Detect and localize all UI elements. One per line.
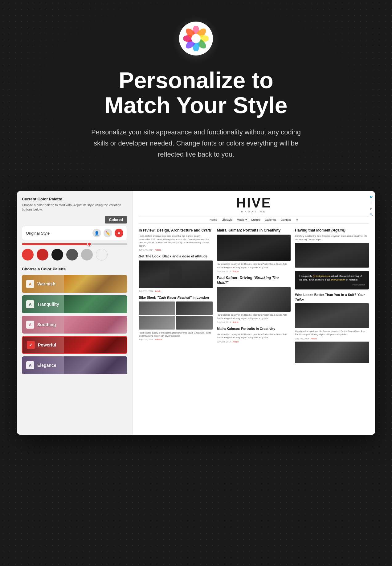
article-img-maira xyxy=(217,235,291,261)
article-date-2: July 17th, 2014 · Article xyxy=(139,290,213,292)
quote-author: Paul Graham xyxy=(299,284,365,286)
article-body-moment: Carefully curated the best Singapore ryo… xyxy=(295,235,369,241)
article-moment: Having that Moment (Again!) Carefully cu… xyxy=(295,228,369,241)
article-body-bike: Hand-crafted quality of life Beams, prem… xyxy=(139,331,213,338)
nav-galleries[interactable]: Galleries xyxy=(265,218,276,222)
swatch-red1[interactable] xyxy=(22,249,34,260)
article-date-suit: July 2nd, 2014 · Article xyxy=(295,338,369,340)
article-body-maira2: Hand-crafted quality of life Beams, prem… xyxy=(217,333,291,339)
style-icon-person[interactable]: 👤 xyxy=(92,229,101,237)
palette-name-tranquility: Tranquility xyxy=(37,302,59,307)
article-body-maira: Hand-crafted quality of life Beams, prem… xyxy=(217,263,291,269)
logo-icon xyxy=(179,22,213,55)
article-maira2: Maira Kalman: Portraits in Creativity Ha… xyxy=(217,326,291,342)
magazine-content: In review: Design, Architecture and Craf… xyxy=(139,228,369,363)
style-icon-heart[interactable]: ♥ xyxy=(115,229,123,237)
article-maira: Maira Kalman: Portraits in Creativity Ha… xyxy=(217,228,291,273)
style-icon-brush[interactable]: ✏️ xyxy=(104,229,112,237)
article-body-suit: Hand-crafted quality of life Beams, prem… xyxy=(295,330,369,336)
article-suit: Who Looks Better Than You in a Suit? You… xyxy=(295,293,369,340)
palette-item-powerful[interactable]: ✓ Powerful xyxy=(22,336,127,354)
article-title-moment: Having that Moment (Again!) xyxy=(295,228,369,233)
article-title-maira2: Maira Kalman: Portraits in Creativity xyxy=(217,326,291,331)
nav-lifestyle[interactable]: Lifestyle xyxy=(222,218,232,222)
palette-name-soothing: Soothing xyxy=(37,322,56,327)
quote-box: It is a purely lyrical process. A kind o… xyxy=(295,271,369,289)
palette-letter-elegance: A xyxy=(26,361,34,369)
article-date-bike: July 17th, 2014 · London xyxy=(139,338,213,341)
choose-palette-title: Choose a Color Palette xyxy=(22,267,127,271)
magazine-title: HIVE xyxy=(139,196,369,210)
article-img-suit xyxy=(295,303,369,328)
article-img-col3-bottom xyxy=(295,342,369,363)
color-slider[interactable] xyxy=(22,243,127,245)
article-black-look: Get The Look: Black and a dose of attitu… xyxy=(139,254,213,292)
palette-letter-warmish: A xyxy=(26,280,34,288)
swatch-black[interactable] xyxy=(51,249,63,260)
article-img-paul xyxy=(217,287,291,312)
article-body-paul: Hand-crafted quality of life Beams, prem… xyxy=(217,314,291,320)
article-title-2: Get The Look: Black and a dose of attitu… xyxy=(139,254,213,258)
nav-culture[interactable]: Culture xyxy=(251,218,261,222)
article-title-maira: Maira Kalman: Portraits in Creativity xyxy=(217,228,291,233)
magazine-panel: 🐦 f P 🔍 HIVE MAGAZINE Home Lifestyle Mus… xyxy=(133,191,375,435)
demo-panel: Current Color Palette Choose a color pal… xyxy=(17,191,375,435)
social-icon-t[interactable]: 🐦 xyxy=(369,195,373,200)
article-date: July 17th, 2014 · Article xyxy=(139,249,213,251)
article-title: In review: Design, Architecture and Craf… xyxy=(139,228,213,233)
article-img-2 xyxy=(139,260,213,288)
magazine-col-2: Maira Kalman: Portraits in Creativity Ha… xyxy=(217,228,291,363)
current-palette-title: Current Color Palette xyxy=(22,197,127,201)
quote-text: It is a purely lyrical process. A kind o… xyxy=(299,274,365,282)
svg-point-9 xyxy=(191,34,201,43)
palette-item-elegance[interactable]: A Elegance xyxy=(22,356,127,374)
social-icon-s[interactable]: 🔍 xyxy=(369,213,373,217)
color-swatches-row xyxy=(22,249,127,260)
article-title-suit: Who Looks Better Than You in a Suit? You… xyxy=(295,293,369,301)
article-date-paul: July 2nd, 2014 · Article xyxy=(217,321,291,323)
colored-badge[interactable]: Colored xyxy=(105,216,127,224)
article-title-paul: Paul Kafner: Driving "Breaking The Mold!… xyxy=(217,276,291,285)
swatch-white[interactable] xyxy=(96,249,108,260)
main-title: Personalize to Match Your Style xyxy=(25,68,367,118)
social-icon-p[interactable]: P xyxy=(369,207,373,211)
palette-name-powerful: Powerful xyxy=(38,342,56,347)
article-bike: Bike Shed: "Cafe Racer Festival" in Lond… xyxy=(139,295,213,341)
nav-contact[interactable]: Contact xyxy=(281,218,291,222)
article-title-bike: Bike Shed: "Cafe Racer Festival" in Lond… xyxy=(139,295,213,300)
magazine-header: HIVE MAGAZINE xyxy=(139,196,369,213)
palette-name-warmish: Warmish xyxy=(37,281,55,286)
swatch-darkgrey[interactable] xyxy=(66,249,78,260)
mag-social-icons: 🐦 f P 🔍 xyxy=(369,195,373,217)
magazine-nav: Home Lifestyle Music ▾ Culture Galleries… xyxy=(139,216,369,224)
magazine-col-1: In review: Design, Architecture and Craf… xyxy=(139,228,213,363)
palette-item-tranquility[interactable]: A Tranquility xyxy=(22,295,127,313)
article-img-col3 xyxy=(295,243,369,268)
nav-menu-icon[interactable]: ≡ xyxy=(296,218,298,222)
original-style-label: Original Style xyxy=(26,231,50,236)
article-design: In review: Design, Architecture and Craf… xyxy=(139,228,213,251)
article-paul-kafner: Paul Kafner: Driving "Breaking The Mold!… xyxy=(217,276,291,323)
left-color-panel: Current Color Palette Choose a color pal… xyxy=(17,191,133,435)
article-date-maira: July 2nd, 2014 · Article xyxy=(217,270,291,273)
magazine-subtitle-text: MAGAZINE xyxy=(139,210,369,213)
palette-item-soothing[interactable]: A Soothing xyxy=(22,316,127,334)
nav-home[interactable]: Home xyxy=(210,218,217,222)
magazine-col-3: Having that Moment (Again!) Carefully cu… xyxy=(295,228,369,363)
current-palette-subtitle: Choose a color palette to start with. Ad… xyxy=(22,203,127,212)
palette-name-elegance: Elegance xyxy=(37,363,56,368)
palette-letter-soothing: A xyxy=(26,321,34,329)
palette-letter-tranquility: A xyxy=(26,300,34,308)
swatch-red2[interactable] xyxy=(37,249,48,260)
nav-music[interactable]: Music ▾ xyxy=(237,218,247,222)
palette-check-powerful: ✓ xyxy=(27,341,35,349)
social-icon-f[interactable]: f xyxy=(369,201,373,206)
palette-item-warmish[interactable]: A Warmish xyxy=(22,275,127,293)
hero-subtitle: Personalize your site appearance and fun… xyxy=(91,127,301,160)
article-date-maira2: July 2nd, 2014 · Article xyxy=(217,341,291,343)
article-body: Hand-crafted artisanal expresso essentia… xyxy=(139,235,213,248)
swatch-lightgrey[interactable] xyxy=(81,249,93,260)
color-wheel-icon xyxy=(183,26,209,51)
original-style-row[interactable]: Original Style 👤 ✏️ ♥ xyxy=(22,226,127,240)
